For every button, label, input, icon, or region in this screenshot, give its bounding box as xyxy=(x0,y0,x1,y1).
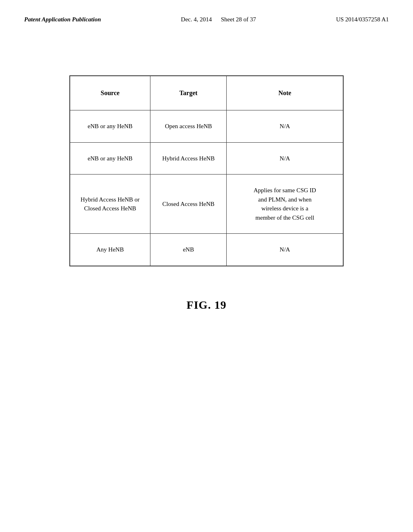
cell-target-2: Closed Access HeNB xyxy=(150,175,226,234)
cell-target-0: Open access HeNB xyxy=(150,110,226,143)
table-row: Any HeNBeNBN/A xyxy=(70,234,343,266)
cell-source-1: eNB or any HeNB xyxy=(70,142,150,175)
cell-note-1: N/A xyxy=(227,142,343,175)
cell-note-0: N/A xyxy=(227,110,343,143)
cell-target-1: Hybrid Access HeNB xyxy=(150,142,226,175)
column-header-source: Source xyxy=(70,76,150,110)
header-patent-number: US 2014/0357258 A1 xyxy=(336,16,389,23)
table-row: Hybrid Access HeNB or Closed Access HeNB… xyxy=(70,175,343,234)
header-publication-label: Patent Application Publication xyxy=(24,16,101,23)
figure-label: FIG. 19 xyxy=(187,299,227,312)
column-header-note: Note xyxy=(227,76,343,110)
cell-note-2: Applies for same CSG ID and PLMN, and wh… xyxy=(227,175,343,234)
cell-source-2: Hybrid Access HeNB or Closed Access HeNB xyxy=(70,175,150,234)
column-header-target: Target xyxy=(150,76,226,110)
table-row: eNB or any HeNBHybrid Access HeNBN/A xyxy=(70,142,343,175)
page: Patent Application Publication Dec. 4, 2… xyxy=(0,0,413,532)
cell-target-3: eNB xyxy=(150,234,226,266)
header-date: Dec. 4, 2014 Sheet 28 of 37 xyxy=(181,16,256,23)
table-header-row: Source Target Note xyxy=(70,76,343,110)
cell-source-3: Any HeNB xyxy=(70,234,150,266)
page-header: Patent Application Publication Dec. 4, 2… xyxy=(24,16,389,27)
cell-note-3: N/A xyxy=(227,234,343,266)
cell-source-0: eNB or any HeNB xyxy=(70,110,150,143)
table-row: eNB or any HeNBOpen access HeNBN/A xyxy=(70,110,343,143)
content-area: Source Target Note eNB or any HeNBOpen a… xyxy=(24,75,389,312)
patent-table: Source Target Note eNB or any HeNBOpen a… xyxy=(69,75,344,266)
